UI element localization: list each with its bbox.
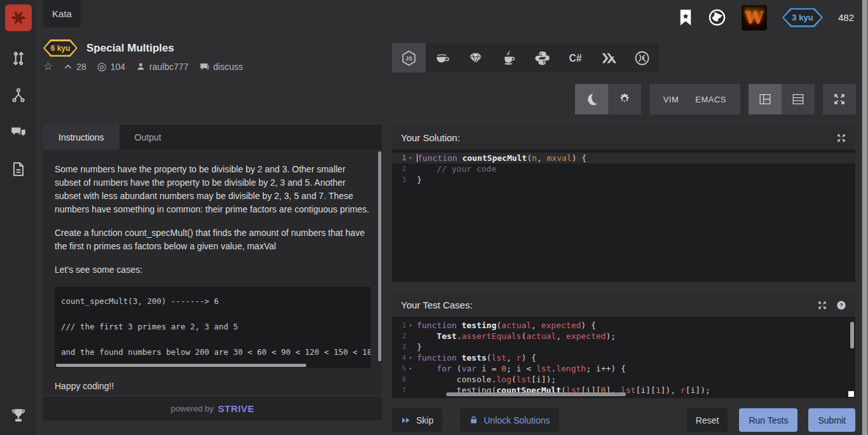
nav-tab-kata[interactable]: Kata — [43, 0, 81, 27]
language-ruby-icon[interactable] — [459, 43, 492, 72]
solution-panel-title: Your Solution: — [401, 132, 460, 143]
instructions-body: Some numbers have the property to be div… — [43, 149, 382, 396]
lock-icon — [469, 415, 478, 425]
language-java-icon[interactable] — [492, 43, 526, 72]
codewars-logo[interactable] — [5, 4, 32, 31]
language-python-icon[interactable] — [526, 43, 559, 72]
powered-by-footer: powered by STRIVE — [43, 396, 382, 420]
solution-editor[interactable]: 1▾function countSpecMult(n, mxval) {2 //… — [392, 149, 855, 282]
tab-output[interactable]: Output — [119, 125, 177, 149]
action-bar: Skip Unlock Solutions Reset Run Tests Su… — [392, 405, 855, 435]
instruction-paragraph: Let's see some cases: — [55, 263, 370, 277]
strive-brand-link[interactable]: STRIVE — [218, 403, 254, 414]
reset-button[interactable]: Reset — [687, 408, 728, 432]
fork-icon[interactable] — [10, 87, 27, 104]
powered-by-label: powered by — [171, 404, 214, 413]
gutter[interactable]: 1▾ — [392, 320, 414, 331]
layout-rows-button[interactable] — [782, 84, 815, 114]
code-line-5[interactable]: 5▾ for (var i = 0; i < lst.length; i++) … — [392, 363, 855, 374]
gutter[interactable]: 2 — [392, 163, 414, 174]
bookmark-star-icon[interactable] — [679, 8, 693, 27]
fast-forward-icon — [401, 415, 411, 425]
svg-text:JS: JS — [405, 55, 412, 62]
vim-toggle[interactable]: VIM — [663, 95, 679, 104]
gutter[interactable]: 7 — [392, 385, 414, 396]
compare-arrows-icon[interactable] — [10, 50, 27, 67]
settings-button[interactable] — [608, 84, 641, 114]
honor-points: 482 — [838, 12, 854, 23]
settings-gear-icon — [618, 92, 632, 106]
tab-instructions[interactable]: Instructions — [43, 125, 119, 149]
gutter[interactable]: 3 — [392, 174, 414, 185]
gutter[interactable]: 2 — [392, 331, 414, 342]
test-panel-title: Your Test Cases: — [401, 300, 473, 310]
gutter[interactable]: 1▾ — [392, 153, 414, 163]
code-line-3[interactable]: 3} — [392, 342, 855, 352]
kata-rank-badge: 6 kyu — [43, 39, 78, 57]
fullscreen-button[interactable] — [823, 84, 856, 114]
star-icon: ☆ — [43, 61, 53, 72]
solution-panel: Your Solution: 1▾function countSpecMult(… — [392, 126, 855, 282]
code-line-2[interactable]: 2 // your code — [392, 163, 855, 174]
language-coffeescript-icon[interactable] — [426, 43, 459, 72]
test-editor-vscrollbar[interactable] — [850, 322, 854, 349]
code-line-4[interactable]: 4▾function tests(lst, r) { — [392, 352, 855, 363]
resize-handle[interactable] — [848, 391, 854, 397]
code-line-2[interactable]: 2 Test.assertEquals(actual, expected); — [392, 331, 855, 342]
code-line-6[interactable]: 6 console.log(lst[i]); — [392, 374, 855, 385]
layout-columns-button[interactable] — [749, 84, 782, 114]
language-csharp-icon[interactable]: C# — [559, 43, 593, 72]
author-link[interactable]: raulbc777 — [136, 62, 189, 72]
test-cases-editor[interactable]: 1▾function testing(actual, expected) {2 … — [392, 317, 855, 398]
globe-icon[interactable] — [708, 8, 726, 27]
emacs-toggle[interactable]: EMACS — [695, 95, 726, 104]
submit-button[interactable]: Submit — [808, 408, 855, 432]
codeblock-hscrollbar[interactable] — [56, 364, 306, 367]
document-icon[interactable] — [10, 161, 27, 177]
svg-text:C#: C# — [569, 52, 582, 63]
language-haskell-icon[interactable] — [592, 43, 626, 72]
avatar[interactable]: W — [742, 5, 767, 31]
skip-button[interactable]: Skip — [392, 408, 442, 432]
unlock-solutions-button[interactable]: Unlock Solutions — [460, 408, 559, 432]
speech-bubble-icon — [200, 62, 210, 72]
user-rank-badge[interactable]: 3 kyu — [782, 8, 823, 27]
kata-title: Special Multiples — [86, 42, 174, 55]
language-clojure-icon[interactable] — [626, 43, 660, 72]
gutter[interactable]: 4▾ — [392, 352, 414, 363]
editor-toolbar: VIM EMACS — [575, 84, 856, 114]
page-scrollbar-thumb[interactable] — [862, 0, 867, 435]
expand-icon[interactable] — [817, 300, 827, 310]
chat-bubbles-icon[interactable] — [10, 124, 27, 141]
person-icon — [136, 62, 146, 71]
code-line-1[interactable]: 1▾function countSpecMult(n, mxval) { — [392, 153, 855, 163]
gutter[interactable]: 6 — [392, 374, 414, 385]
language-bar: JSC# — [392, 43, 659, 72]
instruction-paragraph: Create a function count_specMult() that … — [55, 226, 370, 253]
dark-theme-button[interactable] — [575, 84, 608, 114]
language-javascript-icon[interactable]: JS — [392, 43, 426, 72]
caret-up-icon — [64, 62, 72, 71]
instructions-tabstrip: Instructions Output — [43, 125, 382, 149]
page-scrollbar[interactable] — [862, 0, 868, 435]
discuss-link[interactable]: discuss — [200, 62, 243, 72]
instruction-paragraph: Some numbers have the property to be div… — [55, 163, 370, 216]
trophy-icon[interactable] — [10, 407, 27, 424]
moon-icon — [585, 92, 599, 106]
test-cases-panel: Your Test Cases: ? 1▾function testing(ac… — [392, 293, 855, 398]
completed-count[interactable]: ◎104 — [97, 61, 125, 72]
vote-count[interactable]: 28 — [64, 62, 86, 72]
instructions-vscrollbar[interactable] — [378, 151, 381, 361]
star-button[interactable]: ☆ — [43, 61, 53, 72]
run-tests-button[interactable]: Run Tests — [739, 408, 797, 432]
test-editor-hscrollbar[interactable] — [446, 392, 626, 396]
help-icon[interactable]: ? — [836, 300, 846, 310]
gutter[interactable]: 5▾ — [392, 363, 414, 374]
svg-text:?: ? — [839, 302, 843, 308]
target-icon: ◎ — [97, 61, 107, 72]
code-line-3[interactable]: 3} — [392, 174, 855, 185]
fullscreen-icon — [832, 92, 846, 106]
code-line-1[interactable]: 1▾function testing(actual, expected) { — [392, 320, 855, 331]
gutter[interactable]: 3 — [392, 342, 414, 352]
expand-icon[interactable] — [836, 133, 846, 143]
